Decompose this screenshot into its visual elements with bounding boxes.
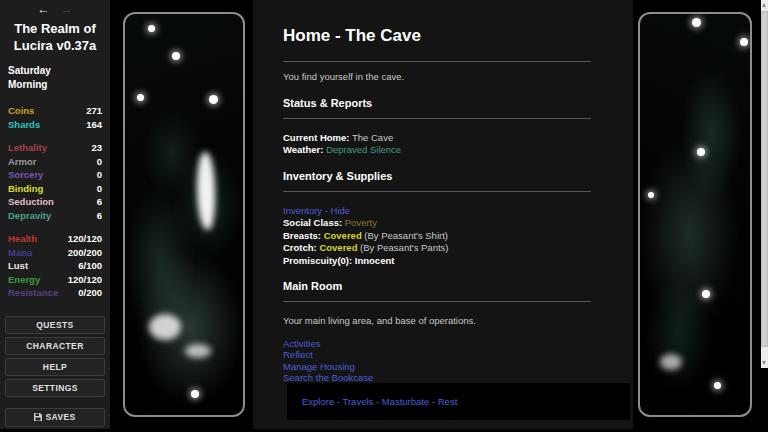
resource-row: Mana 200/200 xyxy=(0,246,110,260)
character-button[interactable]: CHARACTER xyxy=(5,337,105,355)
glow-dot xyxy=(137,94,144,101)
glow-dot xyxy=(148,25,155,32)
game-page: ← → The Realm of Lucira v0.37a Saturday … xyxy=(0,0,768,432)
right-art-column xyxy=(633,0,761,432)
divider xyxy=(283,61,591,62)
history-nav: ← → xyxy=(0,3,110,16)
social-class-value: Poverty xyxy=(345,217,377,228)
breasts-suffix: (By Peasant's Shirt) xyxy=(364,230,448,241)
room-description: Your main living area, and base of opera… xyxy=(283,315,591,328)
crotch-value: Covered xyxy=(319,242,357,253)
breasts-value: Covered xyxy=(324,230,362,241)
glow-dot xyxy=(692,18,701,27)
sidebar: ← → The Realm of Lucira v0.37a Saturday … xyxy=(0,0,110,429)
scroll-up-icon[interactable] xyxy=(762,3,766,7)
health-value: 120/120 xyxy=(68,232,102,246)
glow-dot xyxy=(697,148,705,156)
rock-highlight xyxy=(149,314,181,340)
social-class-line: Social Class: Poverty xyxy=(283,217,591,230)
mana-value: 200/200 xyxy=(68,246,102,260)
crotch-line: Crotch: Covered (By Peasant's Pants) xyxy=(283,242,591,255)
explore-link[interactable]: Explore xyxy=(302,396,334,407)
stat-value: 0 xyxy=(97,168,102,182)
intro-text: You find yourself in the cave. xyxy=(283,71,591,84)
cave-image-left xyxy=(123,12,245,417)
scrollbar-thumb[interactable] xyxy=(761,11,768,347)
inventory-toggle-line: Inventory - Hide xyxy=(283,205,591,218)
game-title: The Realm of Lucira v0.37a xyxy=(0,20,110,54)
glow-dot xyxy=(740,38,748,46)
health-label: Health xyxy=(8,232,37,246)
masturbate-link[interactable]: Masturbate xyxy=(382,396,430,407)
shards-label: Shards xyxy=(8,118,40,132)
stat-label-binding: Binding xyxy=(8,182,43,196)
stat-label-seduction: Seduction xyxy=(8,195,54,209)
travels-link[interactable]: Travels xyxy=(343,396,374,407)
current-home-label: Current Home: xyxy=(283,132,350,143)
forward-arrow-icon[interactable]: → xyxy=(60,3,73,16)
crotch-suffix: (By Peasant's Pants) xyxy=(360,242,448,253)
inventory-heading: Inventory & Supplies xyxy=(283,170,591,182)
breasts-line: Breasts: Covered (By Peasant's Shirt) xyxy=(283,230,591,243)
stat-label-lethality: Lethality xyxy=(8,141,47,155)
resource-row: Lust 6/100 xyxy=(0,259,110,273)
energy-value: 120/120 xyxy=(68,273,102,287)
stat-value: 0 xyxy=(97,182,102,196)
page-title: Home - The Cave xyxy=(283,26,591,46)
resource-row: Energy 120/120 xyxy=(0,273,110,287)
game-title-line2: Lucira v0.37a xyxy=(0,37,110,54)
room-links: Activities Reflect Manage Housing Search… xyxy=(283,338,591,384)
stats-list: Lethality 23 Armor 0 Sorcery 0 Binding 0… xyxy=(0,141,110,222)
time-label: Morning xyxy=(8,78,102,92)
stat-row: Binding 0 xyxy=(0,182,110,196)
promiscuity-value: Innocent xyxy=(355,255,395,266)
reflect-link[interactable]: Reflect xyxy=(283,349,313,360)
breasts-label: Breasts: xyxy=(283,230,321,241)
quests-button[interactable]: QUESTS xyxy=(5,316,105,334)
link-separator: - xyxy=(373,396,381,407)
resource-row: Health 120/120 xyxy=(0,232,110,246)
status-heading: Status & Reports xyxy=(283,97,591,109)
currency-row: Coins 271 xyxy=(0,104,110,118)
left-art-column xyxy=(110,0,253,432)
stat-label-sorcery: Sorcery xyxy=(8,168,43,182)
stat-row: Armor 0 xyxy=(0,155,110,169)
stat-row: Seduction 6 xyxy=(0,195,110,209)
promiscuity-line: Promiscuity(0): Innocent xyxy=(283,255,591,268)
search-bookcase-link[interactable]: Search the Bookcase xyxy=(283,372,373,383)
shards-value: 164 xyxy=(86,118,102,132)
stat-value: 23 xyxy=(91,141,102,155)
rock-highlight xyxy=(660,354,682,370)
coins-label: Coins xyxy=(8,104,34,118)
main-content: Home - The Cave You find yourself in the… xyxy=(253,0,633,430)
game-title-line1: The Realm of xyxy=(0,20,110,37)
weather-line: Weather: Depraved Silence xyxy=(283,144,591,157)
settings-button[interactable]: SETTINGS xyxy=(5,379,105,397)
saves-button[interactable]: SAVES xyxy=(5,408,105,427)
help-button[interactable]: HELP xyxy=(5,358,105,376)
resources-list: Health 120/120 Mana 200/200 Lust 6/100 E… xyxy=(0,232,110,300)
glow-dot xyxy=(702,290,710,298)
cave-image-right xyxy=(638,12,752,417)
currency-list: Coins 271 Shards 164 xyxy=(0,104,110,131)
currency-row: Shards 164 xyxy=(0,118,110,132)
rest-link[interactable]: Rest xyxy=(438,396,458,407)
current-home-value: The Cave xyxy=(352,132,393,143)
glow-dot xyxy=(209,95,218,104)
stat-row: Sorcery 0 xyxy=(0,168,110,182)
stat-row: Lethality 23 xyxy=(0,141,110,155)
inventory-hide-link[interactable]: Inventory - Hide xyxy=(283,205,350,216)
scrollbar-track[interactable] xyxy=(761,0,768,368)
room-heading: Main Room xyxy=(283,280,591,292)
waterfall-highlight xyxy=(197,152,215,230)
crotch-label: Crotch: xyxy=(283,242,317,253)
activities-link[interactable]: Activities xyxy=(283,338,320,349)
scroll-down-icon[interactable] xyxy=(762,361,766,365)
link-separator: - xyxy=(334,396,342,407)
manage-housing-link[interactable]: Manage Housing xyxy=(283,361,355,372)
travel-footer: Explore - Travels - Masturbate - Rest xyxy=(287,383,630,420)
stat-value: 6 xyxy=(97,209,102,223)
back-arrow-icon[interactable]: ← xyxy=(37,3,50,16)
resource-row: Resistance 0/200 xyxy=(0,286,110,300)
datetime: Saturday Morning xyxy=(0,64,110,92)
